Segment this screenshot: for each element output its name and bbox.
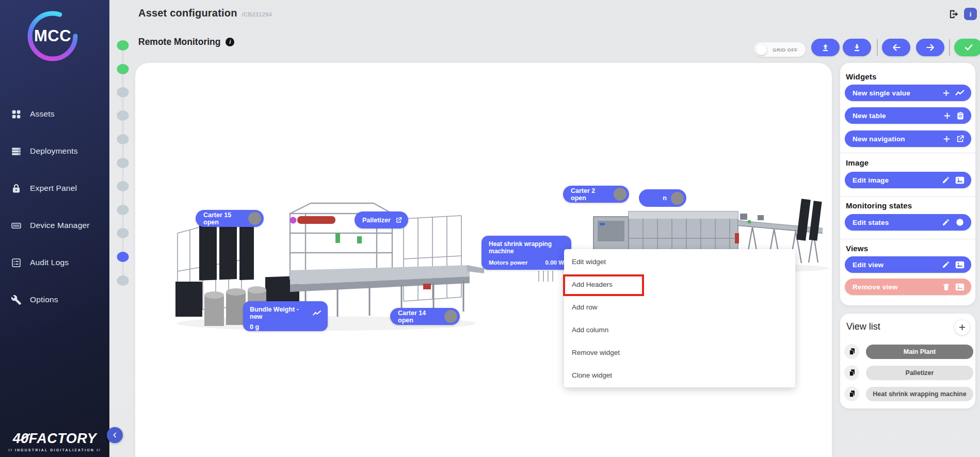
widget-heat-shrink-machine[interactable]: Heat shrink wrapping machine Motors powe… [481, 236, 571, 270]
pencil-icon [942, 218, 950, 226]
sidebar-item-device-manager[interactable]: Device Manager [0, 207, 109, 244]
trend-icon [313, 309, 321, 317]
new-table-button[interactable]: New table [845, 107, 971, 124]
widget-row-label: Motors power [489, 259, 527, 266]
edit-view-button[interactable]: Edit view [845, 256, 971, 273]
menu-item-add-row[interactable]: Add row [564, 296, 795, 318]
view-item-heat-shrink[interactable]: Heat shrink wrapping machine [866, 387, 973, 401]
wrench-icon [11, 295, 22, 305]
page-title: Asset configuration [138, 7, 237, 19]
grid-toggle-label: GRID OFF [767, 47, 806, 53]
factory-logo-0: 0 [21, 431, 29, 447]
sidebar-collapse-button[interactable] [107, 427, 123, 443]
grid-toggle[interactable]: GRID OFF [754, 42, 806, 57]
edit-states-button[interactable]: Edit states [845, 214, 971, 231]
external-link-icon [956, 135, 965, 143]
plus-icon [942, 89, 950, 97]
page-header: Asset configuration /CB231294 [138, 7, 272, 19]
widget-bundle-weight[interactable]: Bundle Weight - new 0 g [243, 301, 328, 331]
widget-label: Carter 15 open [203, 211, 244, 226]
sidebar-item-options[interactable]: Options [0, 281, 109, 318]
state-dot [444, 310, 457, 323]
menu-item-add-column[interactable]: Add column [564, 318, 795, 341]
edit-image-button[interactable]: Edit image [845, 172, 971, 188]
sidebar-item-assets[interactable]: Assets [0, 95, 109, 133]
download-button[interactable] [843, 39, 871, 56]
image-icon [955, 261, 965, 269]
menu-item-add-headers[interactable]: Add Headers [564, 273, 795, 296]
factory-logo-4: 4 [13, 431, 21, 446]
undo-back-button[interactable] [882, 39, 910, 56]
widget-carter-15[interactable]: Carter 15 open [196, 210, 264, 227]
info-badge[interactable]: i [964, 8, 977, 20]
view-item-palletizer[interactable]: Palletizer [866, 366, 973, 380]
widget-label: Carter 14 open [398, 309, 440, 324]
view-info-i: i [230, 39, 231, 45]
arrow-left-icon [891, 42, 902, 53]
duplicate-view-button[interactable] [844, 386, 859, 401]
widget-partially-hidden[interactable]: n [639, 189, 686, 207]
sidebar-item-label: Deployments [30, 146, 78, 156]
image-icon [955, 176, 965, 184]
trash-icon [942, 283, 950, 291]
duplicate-view-button[interactable] [844, 365, 859, 380]
remove-view-button[interactable]: Remove view [845, 279, 971, 295]
chevron-left-icon [111, 432, 118, 438]
add-view-button[interactable] [955, 320, 970, 335]
sidebar-item-label: Device Manager [30, 221, 90, 230]
widget-carter-14[interactable]: Carter 14 open [390, 308, 460, 325]
external-link-icon [395, 216, 403, 224]
confirm-button[interactable] [954, 39, 980, 56]
server-stack-icon [11, 146, 22, 157]
grid-toggle-knob [756, 44, 767, 55]
asset-configuration-screen: MCC Assets Deployments [0, 0, 980, 457]
toolbar-divider [949, 39, 950, 56]
new-navigation-button[interactable]: New navigation [845, 130, 971, 147]
toolbar-divider [877, 39, 878, 56]
widget-carter-2[interactable]: Carter 2 open [563, 186, 629, 203]
logout-icon[interactable] [948, 8, 960, 20]
copy-icon [848, 390, 856, 398]
info-badge-text: i [970, 10, 972, 18]
new-single-value-button[interactable]: New single value [845, 85, 971, 101]
sidebar-item-expert-panel[interactable]: Expert Panel [0, 170, 109, 207]
copy-icon [848, 348, 856, 355]
button-label: Edit view [853, 261, 942, 269]
mcc-logo: MCC [26, 9, 79, 63]
menu-item-clone-widget[interactable]: Clone widget [564, 364, 795, 386]
state-dot [671, 192, 684, 205]
view-info-icon[interactable]: i [226, 38, 234, 46]
view-list-panel: View list Main Plant Palletizer [840, 314, 975, 409]
menu-item-remove-widget[interactable]: Remove widget [564, 341, 795, 364]
view-title: Remote Monitoring [138, 37, 220, 47]
mcc-brand-text: MCC [26, 9, 79, 63]
duplicate-view-button[interactable] [844, 344, 859, 359]
section-heading-monitoring-states: Monitoring states [846, 201, 912, 210]
button-label: New table [853, 112, 943, 120]
image-icon [955, 283, 965, 291]
panel-divider [840, 239, 975, 239]
plus-icon [943, 112, 951, 120]
widget-value: 0 g [250, 323, 321, 331]
upload-button[interactable] [811, 39, 840, 56]
view-stepper[interactable] [116, 39, 130, 290]
copy-icon [848, 369, 856, 377]
panel-divider [840, 153, 975, 153]
menu-item-edit-widget[interactable]: Edit widget [564, 250, 795, 273]
state-dot [614, 188, 626, 201]
sidebar-item-audit-logs[interactable]: Audit Logs [0, 244, 109, 281]
view-item-main-plant[interactable]: Main Plant [866, 345, 973, 359]
sidebar-item-label: Audit Logs [30, 258, 69, 267]
widget-label: Bundle Weight - new [250, 306, 308, 320]
redo-forward-button[interactable] [916, 39, 944, 56]
check-icon [963, 42, 974, 53]
factory-logo-suffix: FACTORY [29, 431, 97, 446]
connector-ticks [538, 271, 553, 282]
pencil-icon [942, 176, 950, 184]
widget-label: Carter 2 open [571, 187, 609, 202]
view-list-row: Heat shrink wrapping machine [844, 386, 973, 401]
factory-tagline: // INDUSTRIAL DIGITALIZATION // [8, 448, 101, 452]
widget-palletizer-nav[interactable]: Palletizer [355, 211, 408, 228]
sidebar-item-deployments[interactable]: Deployments [0, 133, 109, 170]
widget-context-menu: Edit widget Add Headers Add row Add colu… [564, 249, 795, 387]
